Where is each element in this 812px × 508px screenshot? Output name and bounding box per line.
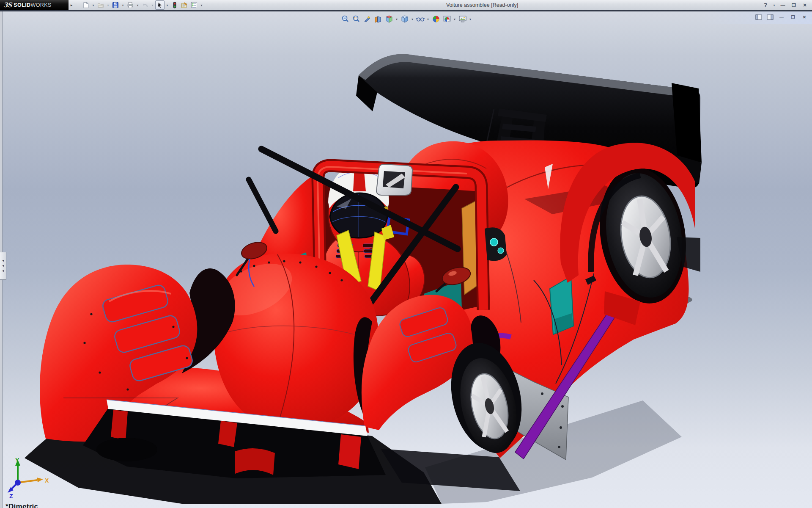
close-document-button[interactable]: ✕ (800, 14, 809, 20)
new-document-icon (82, 2, 89, 8)
apply-scene-caret[interactable]: ▾ (453, 14, 457, 24)
undo-icon (142, 2, 148, 8)
show-right-pane-icon (767, 14, 774, 20)
collapse-arrow-icon: ◂ (2, 264, 4, 268)
restore-document-button[interactable]: ❐ (789, 14, 797, 20)
section-view-icon (374, 15, 382, 23)
triad-y-label: Y (15, 457, 19, 464)
restore-button[interactable]: ❐ (789, 1, 798, 9)
rebuild-button[interactable] (170, 0, 179, 10)
display-style-button[interactable] (399, 14, 410, 24)
select-button[interactable] (155, 0, 165, 10)
undo-caret[interactable]: ▾ (150, 0, 155, 10)
window-border (0, 10, 812, 11)
rear-view-mirror[interactable] (376, 164, 412, 195)
collapse-arrow-icon: ◂ (2, 259, 4, 262)
save-icon (112, 2, 119, 8)
print-icon (127, 2, 134, 8)
edit-annotation-button[interactable] (180, 0, 189, 10)
main-toolbar: ▾ ▾ ▾ ▾ (81, 0, 204, 10)
minimize-button[interactable]: — (778, 1, 787, 9)
minimize-document-button[interactable]: — (777, 14, 786, 20)
close-button[interactable]: ✕ (800, 1, 809, 9)
zoom-to-area-icon (352, 15, 360, 23)
undo-button[interactable] (140, 0, 150, 10)
help-caret[interactable]: ▾ (772, 0, 776, 10)
save-button[interactable] (111, 0, 120, 10)
show-left-pane-button[interactable] (754, 14, 763, 20)
rebuild-traffic-light-icon (171, 2, 178, 8)
ds-logo-icon: 3S (3, 1, 11, 9)
zoom-to-area-button[interactable] (351, 14, 361, 24)
view-settings-caret[interactable]: ▾ (468, 14, 472, 24)
apply-scene-icon (443, 15, 451, 23)
headsup-view-toolbar: ▾ ▾ ▾ (340, 14, 472, 24)
help-button[interactable]: ? (761, 1, 770, 9)
show-left-pane-icon (755, 14, 762, 20)
zoom-to-fit-button[interactable] (340, 14, 350, 24)
triad-x-label: X (45, 477, 49, 484)
open-document-button[interactable] (96, 0, 105, 10)
window-controls: ? ▾ — ❐ ✕ (761, 0, 809, 10)
apply-scene-button[interactable] (442, 14, 452, 24)
hide-show-items-button[interactable] (415, 14, 425, 24)
section-view-button[interactable] (373, 14, 383, 24)
view-settings-button[interactable] (457, 14, 468, 24)
graphics-viewport[interactable]: ▾ ▾ ▾ (0, 11, 812, 508)
show-right-pane-button[interactable] (766, 14, 774, 20)
new-document-button[interactable] (81, 0, 91, 10)
options-list-button[interactable] (189, 0, 199, 10)
orientation-triad: Y X Z (6, 456, 52, 499)
hide-show-items-glasses-icon (416, 15, 425, 23)
previous-view-icon (363, 15, 371, 23)
edit-appearance-button[interactable] (431, 14, 441, 24)
open-document-caret[interactable]: ▾ (106, 0, 110, 10)
solidworks-logo: 3S SOLID WORKS (0, 0, 69, 10)
save-caret[interactable]: ▾ (121, 0, 125, 10)
feature-panel-expand-tab[interactable]: ◂ ◂ ◂ (0, 252, 6, 280)
front-left-tire-shadow (96, 438, 157, 461)
print-button[interactable] (126, 0, 135, 10)
collapse-arrow-icon: ◂ (2, 269, 4, 273)
menu-expand-arrow[interactable]: ▸ (69, 0, 74, 10)
new-document-caret[interactable]: ▾ (91, 0, 96, 10)
view-orientation-button[interactable] (384, 14, 394, 24)
logo-text-works: WORKS (30, 2, 51, 8)
print-caret[interactable]: ▾ (135, 0, 140, 10)
window-title: Voiture assomblee [Read-only] (446, 0, 518, 10)
view-orientation-caret[interactable]: ▾ (395, 14, 399, 24)
previous-view-button[interactable] (362, 14, 372, 24)
triad-z-label: Z (9, 493, 13, 499)
title-bar: 3S SOLID WORKS ▸ ▾ ▾ ▾ (0, 0, 812, 10)
view-orientation-cube-icon (385, 15, 393, 23)
logo-text-solid: SOLID (14, 2, 30, 8)
zoom-to-fit-icon (341, 15, 349, 23)
document-window-controls: — ❐ ✕ (754, 14, 809, 20)
hide-show-items-caret[interactable]: ▾ (426, 14, 430, 24)
view-orientation-label: *Dimetric (5, 502, 38, 508)
select-caret[interactable]: ▾ (165, 0, 170, 10)
race-car-model[interactable] (0, 11, 812, 508)
edit-annotation-icon (181, 2, 188, 8)
open-document-icon (97, 2, 104, 8)
edit-appearance-ball-icon (432, 15, 440, 23)
options-list-icon (191, 2, 198, 8)
select-cursor-icon (156, 2, 163, 8)
display-style-icon (401, 15, 409, 23)
view-settings-monitor-icon (458, 15, 467, 23)
display-style-caret[interactable]: ▾ (410, 14, 414, 24)
options-list-caret[interactable]: ▾ (199, 0, 204, 10)
